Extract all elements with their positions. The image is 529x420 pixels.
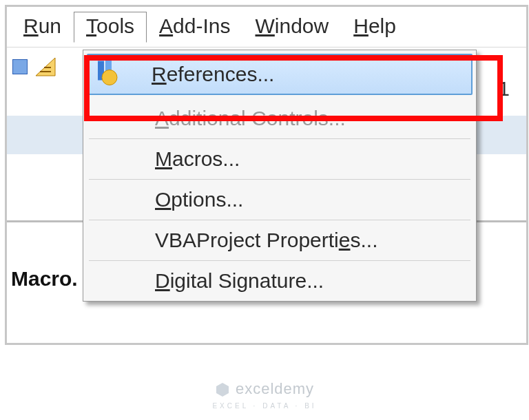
tools-references[interactable]: References... bbox=[87, 54, 473, 95]
tools-vbaproject-properties[interactable]: VBAProject Properties... bbox=[89, 220, 470, 261]
menu-run[interactable]: Run bbox=[11, 12, 74, 42]
menu-bar: Run Tools Add-Ins Window Help bbox=[7, 7, 526, 48]
toolbar-field-value: 1 bbox=[498, 77, 510, 101]
macro-label: Macro. bbox=[11, 267, 78, 291]
references-icon bbox=[94, 59, 121, 91]
tools-digital-signature[interactable]: Digital Signature... bbox=[89, 261, 470, 301]
tools-macros[interactable]: Macros... bbox=[89, 139, 470, 180]
menu-window[interactable]: Window bbox=[243, 12, 342, 42]
menu-tools[interactable]: Tools bbox=[74, 12, 147, 43]
svg-marker-6 bbox=[216, 383, 229, 397]
tools-additional-controls: Additional Controls... bbox=[89, 98, 470, 139]
editor-window: Run Tools Add-Ins Window Help 1 Mac bbox=[5, 5, 528, 345]
svg-point-5 bbox=[102, 70, 117, 85]
design-mode-icon[interactable] bbox=[34, 56, 58, 77]
menu-addins[interactable]: Add-Ins bbox=[147, 12, 242, 42]
break-icon[interactable] bbox=[12, 59, 28, 74]
menu-help[interactable]: Help bbox=[341, 12, 408, 42]
tools-dropdown: References... Additional Controls... Mac… bbox=[83, 50, 477, 302]
tools-options[interactable]: Options... bbox=[89, 180, 470, 220]
watermark: exceldemy EXCEL · DATA · BI bbox=[0, 380, 529, 410]
watermark-logo-icon bbox=[215, 381, 230, 401]
